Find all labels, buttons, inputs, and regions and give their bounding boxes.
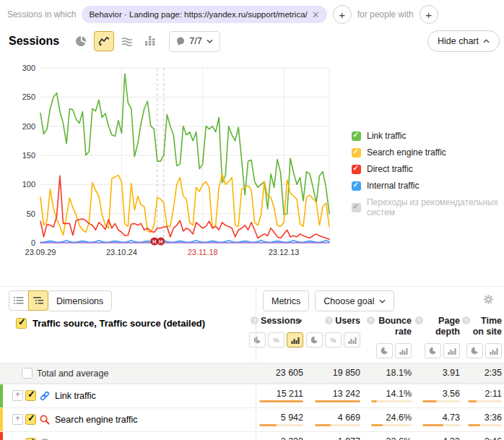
legend-item-recommendation-traffic: Переходы из рекомендательных систем — [352, 197, 504, 217]
total-sessions-value: 23 605 — [276, 368, 303, 378]
legend-item-search-traffic[interactable]: Search engine traffic — [352, 147, 504, 158]
checkbox-icon[interactable] — [352, 131, 361, 141]
select-all-checkbox[interactable] — [16, 318, 27, 329]
legend-label: Link traffic — [367, 131, 406, 141]
segment-chip[interactable]: Behavior · Landing page: https://yandex.… — [82, 6, 326, 23]
column-label: Users — [335, 316, 360, 327]
dimensions-button[interactable]: Dimensions — [48, 290, 112, 311]
choose-goal-button[interactable]: Choose goal — [315, 290, 394, 311]
row-label[interactable]: Search engine traffic — [55, 415, 137, 425]
bars-mode-button[interactable] — [287, 332, 303, 348]
svg-text:23.11.18: 23.11.18 — [188, 248, 218, 256]
bars-mode-button[interactable] — [485, 343, 502, 358]
checkbox-icon[interactable] — [352, 165, 361, 174]
cell-value: 14.1% — [386, 389, 412, 399]
column-header-time-on-site[interactable]: ? Time on site — [462, 313, 504, 363]
cell-value: 4 669 — [338, 413, 360, 423]
legend-item-link-traffic[interactable]: Link traffic — [352, 131, 504, 141]
column-chart-type-button[interactable] — [140, 31, 160, 51]
column-header-page-depth[interactable]: ? Page depth — [414, 313, 462, 363]
total-row-label: Total and average — [37, 368, 108, 379]
total-row: Total and average 23 605 19 850 18.1% 3.… — [0, 363, 504, 384]
svg-text:150: 150 — [22, 151, 35, 160]
value-bar — [422, 400, 460, 402]
pie-mode-button[interactable] — [425, 343, 441, 358]
pie-icon — [381, 347, 388, 355]
add-segment-button[interactable]: + — [333, 5, 352, 24]
metrics-button[interactable]: Metrics — [263, 290, 309, 311]
cell-value: 4.33 — [443, 437, 460, 440]
bars-mode-button[interactable] — [443, 343, 460, 358]
list-view-button[interactable] — [9, 290, 29, 311]
pie-icon — [471, 347, 479, 355]
checkbox-icon[interactable] — [352, 181, 361, 191]
pie-mode-button[interactable] — [466, 343, 483, 358]
cell-value: 2:11 — [485, 389, 502, 399]
tree-view-button[interactable] — [28, 290, 48, 311]
help-icon[interactable]: ? — [367, 316, 375, 324]
cell-value: 1 977 — [338, 437, 360, 440]
sessions-line-chart[interactable]: 05010015020025030023.09.2923.10.2423.11.… — [13, 61, 347, 267]
cell-value: 3:36 — [485, 413, 502, 423]
total-users-value: 19 850 — [333, 368, 360, 378]
help-icon[interactable]: ? — [325, 316, 333, 324]
row-checkbox[interactable] — [25, 414, 36, 425]
yandex-metrica-report: Sessions in which Behavior · Landing pag… — [0, 0, 504, 440]
svg-text:23.09.29: 23.09.29 — [25, 248, 56, 256]
line-chart-type-button[interactable] — [94, 31, 114, 51]
legend-item-internal-traffic[interactable]: Internal traffic — [352, 181, 504, 191]
chevron-up-icon — [483, 39, 490, 43]
bars-icon — [291, 337, 300, 344]
table-row-link-traffic: Link traffic 15 211 13 242 14.1% 3.56 2:… — [0, 384, 504, 407]
expand-button[interactable] — [12, 390, 23, 401]
bars-mode-button[interactable] — [395, 343, 412, 358]
bars-icon — [490, 348, 498, 355]
column-header-users[interactable]: ? Users % — [305, 313, 362, 363]
segment-filter-bar: Sessions in which Behavior · Landing pag… — [7, 4, 497, 25]
percent-mode-button[interactable]: % — [268, 332, 284, 348]
close-icon[interactable]: ✕ — [312, 10, 320, 20]
pie-mode-button[interactable] — [376, 343, 393, 358]
svg-text:200: 200 — [22, 122, 35, 131]
list-view-icon — [14, 296, 24, 305]
chart-legend: Link traffic Search engine traffic Direc… — [352, 131, 504, 224]
pie-chart-type-button[interactable] — [71, 31, 91, 51]
value-bar — [259, 400, 303, 402]
legend-item-direct-traffic[interactable]: Direct traffic — [352, 164, 504, 174]
report-table: Dimensions Metrics Choose goal Traffic s… — [0, 286, 504, 440]
expand-button[interactable] — [12, 414, 23, 425]
legend-label: Direct traffic — [367, 164, 413, 174]
help-icon[interactable]: ? — [462, 316, 470, 324]
view-toggle-group — [9, 290, 48, 311]
row-checkbox[interactable] — [22, 368, 32, 379]
column-label: Sessions — [261, 316, 295, 327]
svg-text:300: 300 — [22, 64, 35, 72]
column-label: Page depth — [425, 316, 460, 337]
bars-mode-button[interactable] — [344, 332, 360, 348]
add-people-filter-button[interactable]: + — [420, 5, 438, 24]
column-header-bounce-rate[interactable]: ? Bounce rate — [362, 313, 414, 363]
hide-chart-button[interactable]: Hide chart — [427, 30, 500, 52]
dimension-header-cell: Traffic source, Traffic source (detailed… — [0, 313, 256, 363]
svg-text:H: H — [152, 239, 156, 244]
pie-chart-icon — [75, 35, 87, 47]
chevron-down-icon — [207, 39, 213, 43]
help-icon[interactable]: ? — [415, 316, 423, 324]
percent-mode-button[interactable]: % — [325, 332, 342, 348]
sessions-in-which-label: Sessions in which — [7, 9, 76, 20]
gear-icon[interactable] — [483, 294, 494, 308]
stacked-area-type-button[interactable] — [117, 31, 137, 51]
column-header-sessions[interactable]: ? Sessions ▼ % — [256, 313, 305, 363]
table-row-search-engine-traffic: Search engine traffic 5 942 4 669 24.6% … — [0, 407, 504, 431]
segments-dropdown[interactable]: 7/7 — [169, 31, 220, 52]
row-label[interactable]: Link traffic — [55, 391, 96, 401]
checkbox-icon[interactable] — [352, 148, 361, 158]
bars-icon — [399, 348, 408, 355]
cell-value: 4.73 — [443, 413, 460, 423]
pie-mode-button[interactable] — [306, 332, 323, 348]
row-color-strip — [0, 408, 3, 432]
row-checkbox[interactable] — [25, 390, 36, 401]
value-bar — [371, 424, 412, 426]
value-bar — [468, 400, 502, 402]
for-people-with-label: for people with — [357, 9, 414, 20]
